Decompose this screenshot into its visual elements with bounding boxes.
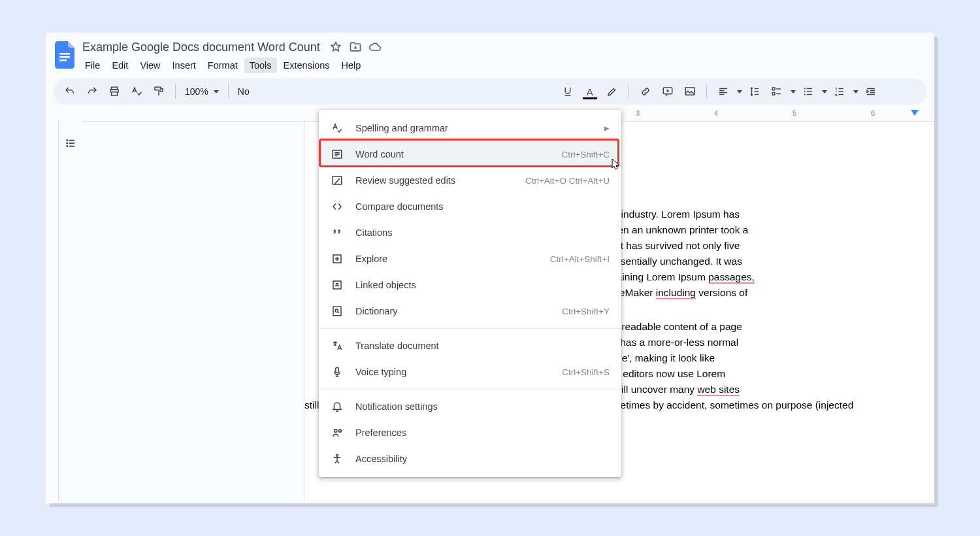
tools-menu-item[interactable]: ExploreCtrl+Alt+Shift+I: [319, 246, 621, 272]
tools-menu-item[interactable]: Accessibility: [319, 446, 621, 472]
menu-item-label: Dictionary: [355, 306, 550, 316]
tools-menu-item[interactable]: Citations: [319, 220, 621, 246]
svg-rect-23: [333, 176, 342, 184]
menu-file[interactable]: File: [80, 58, 105, 73]
svg-rect-19: [69, 142, 74, 144]
outline-toggle-icon[interactable]: [61, 133, 80, 153]
spell-icon: [331, 122, 344, 134]
numbered-list-button[interactable]: [830, 82, 849, 101]
menu-shortcut: Ctrl+Alt+O Ctrl+Alt+U: [525, 176, 610, 186]
menu-shortcut: Ctrl+Shift+C: [561, 150, 610, 159]
ruler-tick: 5: [792, 109, 796, 117]
access-icon: [331, 453, 344, 465]
svg-point-31: [336, 454, 338, 456]
svg-point-10: [804, 88, 805, 89]
spelling-underline: passages,: [708, 271, 755, 284]
insert-image-button[interactable]: [680, 82, 700, 101]
text-color-button[interactable]: A: [580, 82, 600, 101]
insert-link-button[interactable]: [636, 82, 655, 101]
svg-rect-2: [59, 59, 67, 61]
menu-tools[interactable]: Tools: [244, 58, 277, 73]
menu-format[interactable]: Format: [203, 58, 243, 73]
star-icon[interactable]: [329, 41, 342, 54]
mouse-cursor-icon: [612, 158, 622, 171]
svg-point-18: [66, 142, 68, 144]
tools-menu-item[interactable]: Translate document: [319, 333, 621, 359]
document-title[interactable]: Example Google Docs document Word Count: [80, 39, 323, 56]
vertical-ruler[interactable]: [46, 122, 59, 501]
menu-extensions[interactable]: Extensions: [278, 58, 335, 73]
spellcheck-button[interactable]: [127, 82, 146, 101]
toolbar: 100% No A: [54, 78, 926, 105]
tools-menu-item[interactable]: Voice typingCtrl+Shift+S: [319, 359, 621, 385]
svg-rect-13: [806, 88, 811, 90]
svg-rect-14: [806, 91, 811, 92]
menu-item-label: Explore: [355, 254, 538, 264]
right-indent-marker[interactable]: [911, 110, 919, 116]
menu-item-label: Translate document: [355, 341, 610, 351]
docs-logo-icon[interactable]: [54, 39, 77, 71]
svg-rect-9: [772, 93, 775, 95]
bulleted-list-button[interactable]: [798, 82, 818, 101]
tools-menu-item[interactable]: Notification settings: [319, 394, 621, 420]
menu-edit[interactable]: Edit: [106, 58, 133, 73]
tools-dropdown: Spelling and grammar▸Word countCtrl+Shif…: [319, 110, 621, 477]
tools-menu-item[interactable]: Preferences: [319, 420, 621, 446]
menu-item-label: Notification settings: [355, 401, 610, 412]
svg-rect-1: [59, 56, 70, 58]
tools-menu-item[interactable]: Word countCtrl+Shift+C: [319, 141, 621, 167]
svg-rect-5: [155, 87, 161, 90]
ruler-tick: 4: [714, 109, 718, 117]
undo-button[interactable]: [60, 82, 80, 101]
menu-help[interactable]: Help: [336, 58, 367, 73]
svg-point-16: [66, 139, 68, 141]
menu-insert[interactable]: Insert: [167, 58, 201, 73]
tools-menu-item[interactable]: Compare documents: [319, 193, 621, 220]
submenu-arrow-icon: ▸: [604, 123, 610, 133]
linked-icon: [331, 279, 344, 291]
body-text: ' will uncover many: [610, 384, 698, 395]
style-select[interactable]: No: [235, 86, 252, 97]
svg-point-11: [804, 91, 805, 92]
move-folder-icon[interactable]: [349, 41, 362, 54]
print-button[interactable]: [105, 82, 124, 101]
checklist-button[interactable]: [767, 82, 787, 101]
explore-icon: [331, 253, 344, 265]
menu-shortcut: Ctrl+Alt+Shift+I: [550, 254, 610, 264]
review-icon: [331, 175, 344, 186]
tools-menu-item[interactable]: Linked objects: [319, 272, 621, 298]
svg-rect-8: [772, 88, 775, 90]
cloud-status-icon[interactable]: [368, 41, 382, 54]
svg-rect-28: [336, 367, 339, 373]
body-text: versions of: [696, 287, 747, 298]
redo-button[interactable]: [82, 82, 102, 101]
menu-item-label: Word count: [355, 149, 549, 159]
svg-point-12: [804, 93, 805, 95]
menu-view[interactable]: View: [135, 58, 165, 73]
bell-icon: [331, 401, 344, 412]
menu-bar: File Edit View Insert Format Tools Exten…: [80, 58, 926, 73]
menu-item-label: Spelling and grammar: [355, 123, 593, 133]
tools-menu-item[interactable]: Spelling and grammar▸: [319, 115, 621, 141]
decrease-indent-button[interactable]: [861, 82, 881, 101]
wordcount-icon: [331, 148, 344, 160]
zoom-select[interactable]: 100%: [182, 86, 221, 97]
menu-item-label: Preferences: [355, 427, 610, 438]
line-spacing-button[interactable]: [745, 82, 764, 101]
add-comment-button[interactable]: [658, 82, 678, 101]
header: Example Google Docs document Word Count …: [46, 33, 934, 73]
svg-rect-0: [59, 53, 70, 55]
paint-format-button[interactable]: [149, 82, 169, 101]
compare-icon: [331, 201, 344, 212]
menu-item-label: Compare documents: [355, 201, 610, 212]
svg-rect-21: [69, 146, 74, 147]
svg-rect-26: [333, 307, 341, 316]
highlight-color-button[interactable]: [602, 82, 622, 101]
tools-menu-item[interactable]: Review suggested editsCtrl+Alt+O Ctrl+Al…: [319, 167, 621, 193]
body-text: when an unknown printer took a: [602, 224, 748, 235]
translate-icon: [331, 340, 344, 352]
underline-button[interactable]: [558, 82, 578, 101]
menu-item-label: Voice typing: [355, 367, 550, 377]
tools-menu-item[interactable]: DictionaryCtrl+Shift+Y: [319, 298, 621, 324]
align-button[interactable]: [713, 82, 733, 101]
